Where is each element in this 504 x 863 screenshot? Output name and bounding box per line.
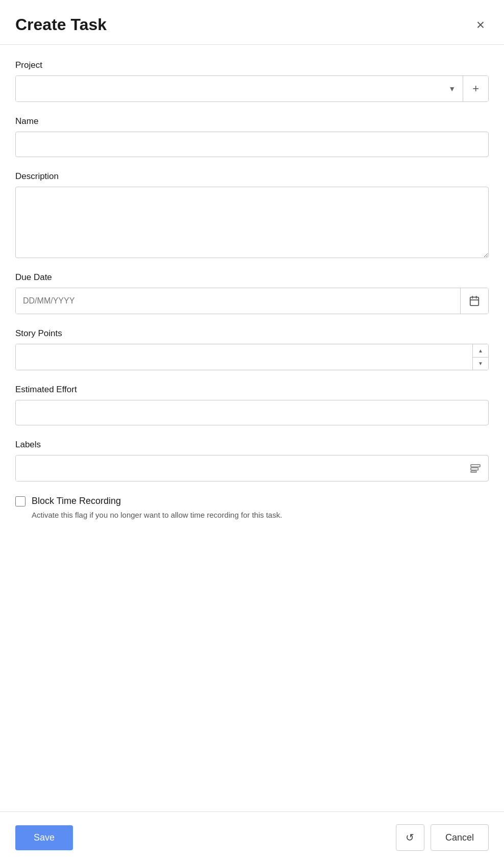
labels-field-group: Labels: [15, 440, 489, 481]
chevron-down-icon: ▼: [441, 76, 463, 101]
story-points-input[interactable]: [16, 344, 472, 370]
labels-icon: [463, 464, 488, 473]
due-date-label: Due Date: [15, 272, 489, 283]
block-time-recording-group: Block Time Recording Activate this flag …: [15, 496, 489, 524]
estimated-effort-label: Estimated Effort: [15, 385, 489, 395]
story-points-wrapper: ▲ ▼: [15, 344, 489, 370]
spinner-up-button[interactable]: ▲: [473, 344, 488, 358]
project-label: Project: [15, 60, 489, 70]
spinner-buttons: ▲ ▼: [472, 344, 488, 370]
description-input[interactable]: [15, 187, 489, 258]
due-date-input[interactable]: [16, 288, 460, 314]
project-field-wrapper: ▼ +: [15, 75, 489, 102]
story-points-label: Story Points: [15, 328, 489, 339]
block-time-recording-checkbox[interactable]: [15, 496, 26, 506]
svg-rect-0: [470, 297, 479, 306]
description-label: Description: [15, 171, 489, 182]
labels-input[interactable]: [16, 455, 463, 481]
create-task-modal: Create Task × Project ▼ + Name Descripti…: [0, 0, 504, 863]
estimated-effort-input[interactable]: [15, 400, 489, 425]
description-field-group: Description: [15, 171, 489, 258]
project-field-group: Project ▼ +: [15, 60, 489, 102]
save-button[interactable]: Save: [15, 825, 73, 850]
footer-right-buttons: ↺ Cancel: [396, 824, 489, 851]
due-date-wrapper: [15, 288, 489, 314]
labels-label: Labels: [15, 440, 489, 450]
spinner-down-button[interactable]: ▼: [473, 358, 488, 370]
name-field-group: Name: [15, 116, 489, 157]
calendar-button[interactable]: [460, 288, 488, 314]
modal-footer: Save ↺ Cancel: [0, 811, 504, 863]
name-input[interactable]: [15, 132, 489, 157]
checkbox-row: Block Time Recording: [15, 496, 489, 506]
svg-rect-5: [471, 468, 478, 470]
modal-body: Project ▼ + Name Description Due Date: [0, 45, 504, 811]
calendar-icon: [469, 295, 480, 307]
block-time-recording-description: Activate this flag if you no longer want…: [32, 511, 489, 519]
due-date-field-group: Due Date: [15, 272, 489, 314]
estimated-effort-field-group: Estimated Effort: [15, 385, 489, 425]
project-select[interactable]: [16, 76, 441, 101]
labels-field-wrapper: [15, 455, 489, 481]
name-label: Name: [15, 116, 489, 126]
reset-button[interactable]: ↺: [396, 824, 424, 851]
modal-header: Create Task ×: [0, 0, 504, 45]
close-button[interactable]: ×: [472, 16, 489, 34]
svg-rect-4: [471, 465, 480, 467]
block-time-recording-label: Block Time Recording: [32, 496, 121, 506]
svg-rect-6: [471, 471, 476, 472]
project-add-button[interactable]: +: [463, 76, 488, 101]
modal-title: Create Task: [15, 15, 107, 34]
cancel-button[interactable]: Cancel: [431, 824, 489, 851]
story-points-field-group: Story Points ▲ ▼: [15, 328, 489, 370]
